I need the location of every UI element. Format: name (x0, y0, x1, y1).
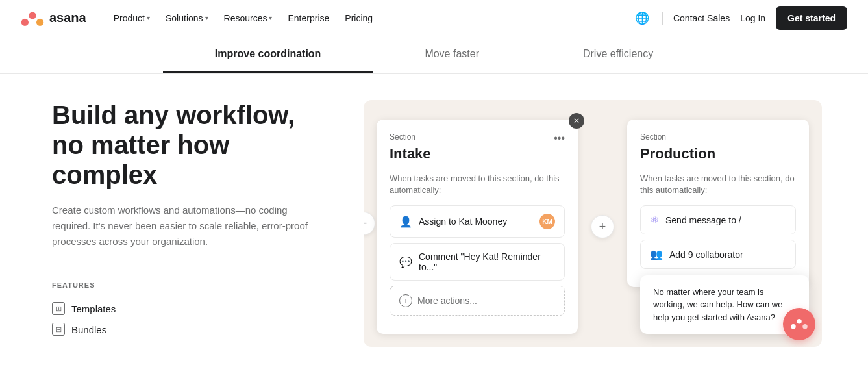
features-label: FEATURES (52, 281, 325, 289)
contact-sales-button[interactable]: Contact Sales (673, 13, 730, 23)
chevron-down-icon: ▾ (205, 14, 208, 21)
more-actions-row[interactable]: + More actions... ✕ (390, 286, 565, 316)
section-header: Section Intake ••• (390, 132, 565, 173)
logo-text: asana (49, 10, 86, 25)
nav-divider (662, 12, 663, 25)
tab-move-faster[interactable]: Move faster (373, 36, 531, 73)
svg-point-2 (36, 18, 43, 25)
section-production-card: Section Production When tasks are moved … (627, 120, 809, 287)
close-icon[interactable]: ✕ (569, 113, 584, 129)
subtext: Create custom workflows and automations—… (52, 203, 325, 249)
chevron-down-icon: ▾ (147, 14, 150, 21)
divider (52, 268, 325, 268)
svg-point-5 (802, 324, 807, 329)
section-intake-card: Section Intake ••• When tasks are moved … (377, 120, 578, 334)
automation-comment[interactable]: 💬 Comment "Hey Kat! Reminder to..." (390, 243, 565, 281)
automation-send-message[interactable]: ⚛ Send message to / (640, 205, 796, 234)
section-menu-button[interactable]: ••• (554, 132, 565, 144)
login-button[interactable]: Log In (740, 13, 765, 23)
plus-icon: + (399, 294, 412, 307)
tooltip-text: No matter where your team is working, we… (653, 286, 796, 324)
nav-product[interactable]: Product ▾ (107, 9, 156, 27)
chevron-down-icon: ▾ (269, 14, 272, 21)
nav-solutions[interactable]: Solutions ▾ (159, 9, 215, 27)
demo-area: + Section Intake ••• When tasks are move… (364, 100, 822, 347)
automation-add-collaborator[interactable]: 👥 Add 9 collaborator (640, 240, 796, 269)
tab-drive-efficiency[interactable]: Drive efficiency (531, 36, 705, 73)
nav-resources[interactable]: Resources ▾ (217, 9, 279, 27)
automation-assign[interactable]: 👤 Assign to Kat Mooney KM (390, 205, 565, 238)
add-person-icon: 👥 (650, 248, 663, 260)
connector-left[interactable]: + (364, 212, 375, 235)
left-column: Build any workflow, no matter how comple… (52, 100, 325, 340)
nav-enterprise[interactable]: Enterprise (281, 9, 336, 27)
svg-point-1 (21, 18, 29, 25)
nav-pricing[interactable]: Pricing (338, 9, 379, 27)
logo[interactable]: asana (21, 9, 86, 27)
nav-right: 🌐 Contact Sales Log In Get started (632, 6, 847, 30)
tabs-bar: Improve coordination Move faster Drive e… (0, 36, 868, 74)
asana-float-button[interactable] (783, 308, 815, 340)
svg-point-0 (29, 12, 36, 19)
templates-icon: ⊞ (52, 302, 65, 315)
nav-left: asana Product ▾ Solutions ▾ Resources ▾ … (21, 9, 379, 27)
section2-header: Section Production (640, 132, 796, 173)
navigation: asana Product ▾ Solutions ▾ Resources ▾ … (0, 0, 868, 36)
avatar: KM (539, 214, 555, 229)
connector-middle[interactable]: + (591, 215, 614, 238)
bundles-icon: ⊟ (52, 323, 65, 336)
section2-info: Section Production (640, 132, 715, 173)
feature-bundles[interactable]: ⊟ Bundles (52, 319, 325, 340)
comment-icon: 💬 (399, 256, 412, 268)
main-content: Build any workflow, no matter how comple… (0, 74, 868, 347)
headline: Build any workflow, no matter how comple… (52, 100, 325, 190)
nav-links: Product ▾ Solutions ▾ Resources ▾ Enterp… (107, 9, 379, 27)
get-started-button[interactable]: Get started (776, 6, 847, 30)
person-icon: 👤 (399, 216, 412, 228)
svg-point-3 (797, 319, 801, 323)
svg-point-4 (791, 324, 795, 329)
section-info: Section Intake (390, 132, 431, 173)
language-button[interactable]: 🌐 (632, 8, 652, 28)
tab-improve-coordination[interactable]: Improve coordination (163, 36, 373, 73)
feature-templates[interactable]: ⊞ Templates (52, 298, 325, 319)
right-column: + Section Intake ••• When tasks are move… (364, 100, 822, 347)
message-icon: ⚛ (650, 214, 659, 226)
